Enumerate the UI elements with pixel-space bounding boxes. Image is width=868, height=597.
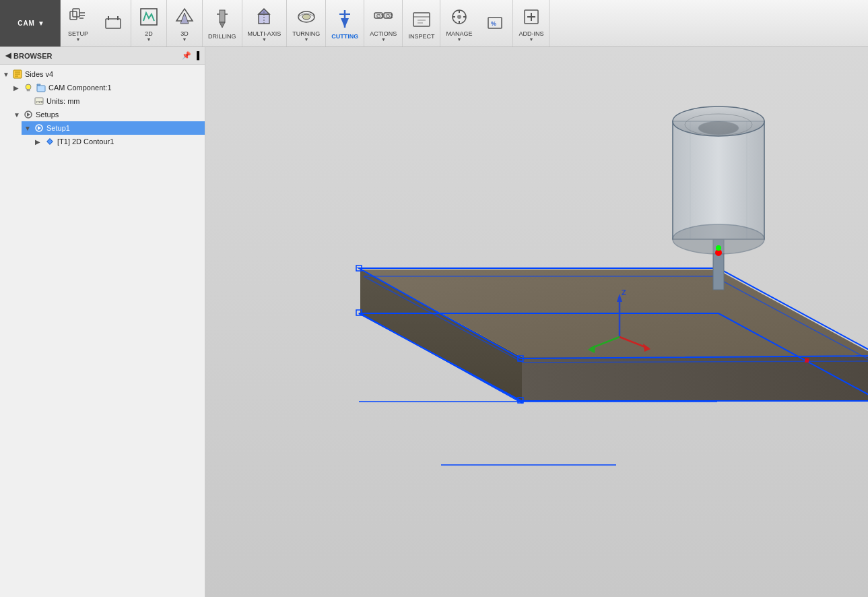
3d-icon	[172, 5, 197, 29]
browser-header: ◀ BROWSER 📌 ▐	[0, 47, 205, 65]
actions-label: ACTIONS	[370, 30, 397, 37]
setups-toggle[interactable]: ▼	[13, 111, 23, 119]
toolbar-manage-btn2[interactable]: %	[477, 0, 512, 46]
2d-label: 2D	[145, 30, 153, 37]
cutting-label: CUTTING	[331, 33, 358, 40]
multiaxis-label: MULTI-AXIS	[248, 30, 281, 37]
cam-arrow: ▼	[38, 20, 45, 27]
setup1-label: Setup1	[46, 124, 70, 132]
cutting-icon	[333, 7, 357, 32]
toolbar-turning-btn[interactable]: TURNING ▼	[287, 0, 325, 46]
manage-group: MANAGE ▼ %	[440, 0, 513, 46]
browser-title: BROWSER	[13, 52, 52, 60]
tree-setup1[interactable]: ▼ Setup1	[22, 121, 205, 135]
svg-text:G1: G1	[376, 13, 384, 19]
toolbar-addins-btn[interactable]: ADD-INS ▼	[513, 0, 549, 46]
operation-toggle[interactable]: ▶	[35, 138, 44, 146]
browser-header-left: ◀ BROWSER	[5, 51, 52, 60]
addins-arrow: ▼	[529, 37, 533, 42]
manage-arrow: ▼	[457, 37, 461, 42]
manage-label: MANAGE	[446, 30, 472, 37]
2d-arrow: ▼	[147, 37, 152, 42]
toolbar-setup-btn1[interactable]: SETUP ▼	[61, 0, 96, 46]
toolbar-drilling-btn[interactable]: DRILLING	[203, 0, 242, 46]
svg-rect-48	[37, 86, 45, 92]
svg-point-32	[457, 15, 461, 19]
svg-text:mm: mm	[36, 100, 43, 104]
setup1-icon	[34, 123, 44, 133]
toolbar-inspect-btn[interactable]: INSPECT	[403, 0, 440, 46]
toolbar-multiaxis-btn[interactable]: MULTI-AXIS ▼	[242, 0, 287, 46]
svg-rect-53	[47, 139, 53, 144]
2d-group: 2D ▼	[131, 0, 167, 46]
setup1-toggle[interactable]: ▼	[24, 125, 34, 132]
svg-point-78	[698, 121, 739, 135]
svg-rect-5	[106, 19, 121, 28]
viewport[interactable]: Z	[205, 47, 868, 597]
inspect-icon	[409, 7, 434, 32]
browser-controls: 📌 ▐	[182, 51, 199, 60]
toolbar-setup-btn2[interactable]	[96, 0, 131, 46]
inspect-group: INSPECT	[403, 0, 440, 46]
manage-icon1	[447, 5, 471, 29]
toolbar-actions-btn[interactable]: G1 G2 ACTIONS ▼	[364, 0, 402, 46]
svg-point-46	[26, 84, 31, 90]
svg-text:%: %	[491, 20, 496, 27]
cutting-group: CUTTING	[326, 0, 364, 46]
setup-arrow: ▼	[76, 37, 81, 42]
multiaxis-group: MULTI-AXIS ▼	[242, 0, 288, 46]
toolbar: CAM ▼ SETUP ▼	[0, 0, 868, 47]
cam-bulb-icon	[23, 82, 34, 93]
svg-point-19	[302, 14, 310, 20]
setup-group: SETUP ▼	[61, 0, 131, 46]
setup-icon2	[101, 11, 125, 35]
turning-arrow: ▼	[304, 37, 308, 42]
multiaxis-arrow: ▼	[262, 37, 267, 42]
svg-rect-27	[413, 13, 430, 26]
actions-arrow: ▼	[381, 37, 386, 42]
svg-point-84	[716, 245, 721, 251]
drilling-icon	[210, 7, 234, 32]
tree-setups[interactable]: ▼ Setups	[11, 108, 205, 121]
setups-icon	[23, 109, 34, 120]
multiaxis-icon	[252, 5, 276, 29]
units-icon: mm	[34, 96, 44, 106]
root-toggle[interactable]: ▼	[3, 71, 12, 78]
svg-marker-57	[522, 357, 868, 401]
toolbar-3d-btn[interactable]: 3D ▼	[167, 0, 202, 46]
toolbar-cutting-btn[interactable]: CUTTING	[326, 0, 364, 46]
toolbar-manage-btn1[interactable]: MANAGE ▼	[440, 0, 477, 46]
actions-icon: G1 G2	[371, 5, 395, 29]
tree-units: mm Units: mm	[22, 94, 205, 108]
turning-label: TURNING	[292, 30, 320, 37]
svg-text:G2: G2	[386, 13, 393, 19]
cam-toggle[interactable]: ▶	[13, 84, 23, 92]
tree-root[interactable]: ▼ Sides v4	[0, 67, 205, 81]
tree-operation[interactable]: ▶ [T1] 2D Contour1	[32, 135, 205, 148]
toolbar-2d-btn[interactable]: 2D ▼	[131, 0, 166, 46]
manage-icon2: %	[483, 11, 507, 35]
cam-component-label: CAM Component:1	[48, 84, 112, 92]
addins-icon	[519, 5, 543, 29]
browser-content: ▼ Sides v4 ▶	[0, 65, 205, 151]
turning-icon	[294, 5, 319, 29]
setup-icon1	[66, 5, 90, 29]
cam-menu-button[interactable]: CAM ▼	[0, 0, 61, 46]
root-icon	[12, 69, 23, 80]
svg-rect-1	[73, 9, 79, 17]
svg-marker-12	[220, 22, 225, 28]
svg-rect-0	[70, 11, 77, 20]
browser-collapse-icon[interactable]: ◀	[5, 51, 11, 60]
tree-cam-component[interactable]: ▶ CAM Component:1	[11, 81, 205, 94]
svg-rect-74	[673, 121, 764, 239]
svg-rect-15	[259, 14, 269, 24]
drilling-label: DRILLING	[208, 33, 236, 40]
svg-rect-11	[220, 10, 225, 22]
3d-scene: Z	[205, 47, 868, 597]
browser-pin-icon[interactable]: 📌	[182, 51, 191, 60]
browser-collapse-right[interactable]: ▐	[194, 51, 199, 60]
cam-label: CAM	[18, 20, 35, 27]
operation-diamond-icon	[44, 136, 55, 147]
units-label: Units: mm	[46, 97, 80, 105]
drilling-group: DRILLING	[203, 0, 242, 46]
